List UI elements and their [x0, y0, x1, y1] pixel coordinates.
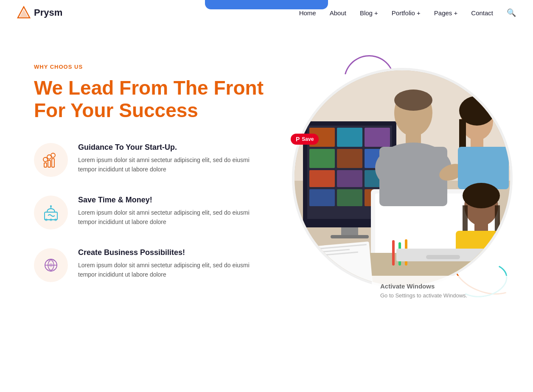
- svg-rect-27: [337, 149, 362, 168]
- right-section: P Save: [289, 51, 516, 305]
- svg-rect-36: [331, 235, 369, 238]
- svg-rect-30: [337, 170, 362, 187]
- business-text: Create Business Possibilites! Lorem ipsu…: [78, 248, 261, 280]
- time-money-icon-wrap: [34, 196, 68, 230]
- feature-business: Create Business Possibilites! Lorem ipsu…: [34, 248, 272, 282]
- svg-point-52: [463, 183, 500, 208]
- top-bar: [205, 0, 328, 9]
- startup-icon-wrap: [34, 143, 68, 177]
- pinterest-icon: P: [296, 136, 300, 143]
- windows-activation-overlay: Activate Windows Go to Settings to activ…: [372, 276, 516, 305]
- svg-rect-50: [458, 147, 509, 189]
- svg-rect-62: [426, 255, 460, 259]
- people-scene: [295, 70, 513, 288]
- feature-startup: Guidance To Your Start-Up. Lorem ipsum d…: [34, 143, 272, 177]
- svg-point-15: [54, 218, 57, 221]
- startup-desc: Lorem ipsum dolor sit amni sectetur adip…: [78, 155, 261, 174]
- svg-point-13: [45, 218, 48, 221]
- main-content: WHY CHOOS US We Lead From The Front For …: [0, 25, 533, 373]
- startup-text: Guidance To Your Start-Up. Lorem ipsum d…: [78, 143, 261, 174]
- svg-rect-33: [337, 189, 362, 206]
- pinterest-save-label: Save: [302, 136, 314, 142]
- time-money-title: Save Time & Money!: [78, 196, 261, 204]
- svg-point-14: [50, 218, 52, 221]
- main-nav: Home About Blog + Portfolio + Pages + Co…: [299, 8, 516, 17]
- svg-rect-63: [301, 241, 373, 288]
- nav-contact[interactable]: Contact: [471, 9, 493, 17]
- svg-point-5: [43, 157, 48, 162]
- svg-point-12: [50, 205, 52, 207]
- startup-title: Guidance To Your Start-Up.: [78, 143, 261, 152]
- heading-line1: We Lead From The Front: [34, 77, 264, 99]
- time-money-desc: Lorem ipsum dolor sit amni sectetur adip…: [78, 208, 261, 227]
- nav-pages[interactable]: Pages +: [434, 9, 457, 17]
- logo-text: Prysm: [34, 7, 62, 18]
- nav-home[interactable]: Home: [299, 9, 316, 17]
- why-label: WHY CHOOS US: [34, 64, 272, 70]
- svg-rect-24: [337, 128, 362, 147]
- svg-point-41: [394, 90, 432, 111]
- svg-point-7: [51, 153, 55, 157]
- windows-title: Activate Windows: [380, 282, 508, 291]
- svg-rect-26: [309, 149, 335, 168]
- search-icon[interactable]: 🔍: [507, 8, 516, 17]
- heading-line2: For Your: [34, 99, 119, 121]
- business-desc: Lorem ipsum dolor sit amni sectetur adip…: [78, 260, 261, 280]
- svg-line-9: [51, 156, 52, 156]
- logo-icon: [17, 6, 31, 20]
- svg-rect-3: [48, 160, 50, 167]
- svg-rect-32: [309, 189, 335, 206]
- svg-rect-29: [309, 170, 335, 187]
- nav-portfolio[interactable]: Portfolio +: [392, 9, 421, 17]
- svg-rect-35: [341, 227, 358, 236]
- pinterest-save-badge[interactable]: P Save: [291, 134, 319, 145]
- time-money-text: Save Time & Money! Lorem ipsum dolor sit…: [78, 196, 261, 227]
- nav-blog[interactable]: Blog +: [360, 9, 378, 17]
- svg-rect-4: [52, 159, 54, 167]
- windows-subtitle: Go to Settings to activate Windows.: [380, 291, 508, 300]
- logo[interactable]: Prysm: [17, 6, 62, 20]
- svg-rect-25: [365, 128, 390, 147]
- svg-rect-2: [44, 163, 47, 167]
- svg-rect-44: [379, 147, 447, 206]
- svg-line-8: [47, 158, 48, 158]
- startup-icon: [42, 151, 60, 169]
- svg-rect-55: [474, 222, 488, 232]
- svg-point-18: [49, 263, 53, 267]
- feature-time-money: Save Time & Money! Lorem ipsum dolor sit…: [34, 196, 272, 230]
- left-section: WHY CHOOS US We Lead From The Front For …: [34, 51, 272, 301]
- svg-rect-49: [471, 137, 483, 148]
- business-icon-wrap: [34, 248, 68, 282]
- time-money-icon: [42, 204, 60, 221]
- nav-about[interactable]: About: [330, 9, 346, 17]
- svg-rect-54: [495, 205, 500, 235]
- heading-highlight: Success: [119, 99, 198, 121]
- business-title: Create Business Possibilites!: [78, 248, 261, 257]
- business-icon: [42, 256, 60, 274]
- main-heading: We Lead From The Front For Your Success: [34, 77, 272, 122]
- svg-rect-58: [392, 240, 395, 266]
- hero-image-circle: [292, 68, 513, 288]
